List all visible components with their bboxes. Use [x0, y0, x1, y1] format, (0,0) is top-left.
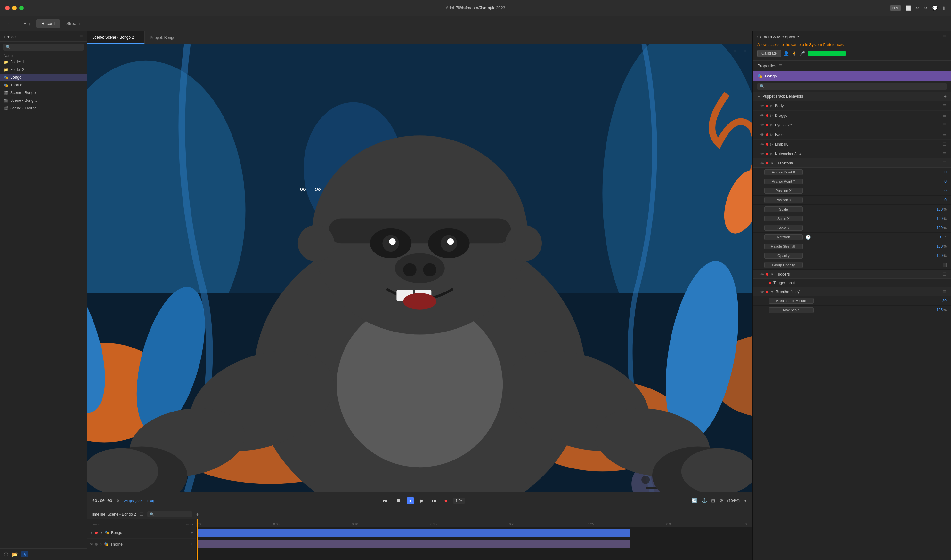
- tab-puppet-bongo[interactable]: Puppet: Bongo: [145, 31, 180, 44]
- sidebar-item-thorne[interactable]: 🎭 Thorne: [0, 81, 87, 89]
- anchor-icon[interactable]: ⚓: [701, 498, 707, 504]
- record-dot[interactable]: [766, 105, 769, 107]
- group-opacity-checkbox[interactable]: [943, 263, 946, 267]
- step-forward-button[interactable]: ⏭: [429, 497, 438, 505]
- record-dot[interactable]: [766, 134, 769, 136]
- behavior-menu-icon[interactable]: ☰: [943, 103, 946, 108]
- eye-icon-thorne[interactable]: 👁: [89, 542, 93, 546]
- home-icon[interactable]: ⌂: [6, 21, 9, 26]
- skip-start-button[interactable]: ⏮: [381, 497, 390, 505]
- behavior-menu-icon[interactable]: ☰: [943, 151, 946, 156]
- grid-icon[interactable]: ⊞: [711, 498, 715, 504]
- transform-header[interactable]: 👁 ▼ Transform ☰: [753, 159, 951, 168]
- minimize-button[interactable]: [12, 6, 17, 10]
- close-button[interactable]: [5, 6, 9, 10]
- thorne-clip[interactable]: [197, 540, 630, 548]
- undo-icon[interactable]: ↩: [916, 5, 919, 11]
- expand-arrow[interactable]: ▷: [771, 152, 773, 155]
- expand-icon-bongo[interactable]: ▼: [100, 531, 103, 534]
- puppet-track-behaviors-header[interactable]: ▼ Puppet Track Behaviors +: [753, 92, 951, 101]
- sidebar-item-scene-bongo[interactable]: 🎬 Scene - Bongo: [0, 89, 87, 97]
- expand-arrow[interactable]: ▷: [771, 133, 773, 136]
- eye-icon[interactable]: 👁: [760, 152, 764, 156]
- step-back-button[interactable]: ⏹: [394, 497, 403, 505]
- scale-x-value[interactable]: 100: [930, 216, 943, 221]
- folder-open-icon[interactable]: 📂: [12, 551, 18, 557]
- scale-y-value[interactable]: 100: [930, 226, 943, 230]
- maximize-button[interactable]: [19, 6, 24, 10]
- settings-icon[interactable]: ⚙: [719, 498, 723, 504]
- record-dot[interactable]: [766, 152, 769, 155]
- mute-dot-thorne[interactable]: [95, 543, 98, 546]
- expand-arrow[interactable]: ▷: [771, 104, 773, 108]
- behavior-menu-icon[interactable]: ☰: [943, 113, 946, 118]
- eye-icon[interactable]: 👁: [760, 142, 764, 146]
- expand-arrow[interactable]: ▷: [771, 114, 773, 117]
- breathe-header[interactable]: 👁 ▼ Breathe [belly] ☰: [753, 288, 951, 296]
- behavior-menu-icon[interactable]: ☰: [943, 123, 946, 128]
- transform-menu-icon[interactable]: ☰: [943, 161, 946, 165]
- add-behavior-icon-thorne[interactable]: +: [191, 542, 193, 546]
- project-search-input[interactable]: [3, 43, 83, 51]
- tab-menu-icon[interactable]: ☰: [136, 35, 139, 39]
- add-behavior-button[interactable]: +: [944, 94, 946, 99]
- triggers-header[interactable]: 👁 ▼ Triggers ☰: [753, 270, 951, 279]
- zoom-dropdown-icon[interactable]: ▼: [743, 498, 748, 503]
- eye-icon[interactable]: 👁: [760, 114, 764, 117]
- eye-icon[interactable]: 👁: [760, 104, 764, 108]
- eye-icon[interactable]: 👁: [760, 290, 764, 294]
- handle-strength-value[interactable]: 100: [930, 244, 943, 249]
- breaths-per-minute-value[interactable]: 20: [942, 298, 946, 303]
- add-track-icon[interactable]: +: [196, 511, 199, 517]
- record-dot[interactable]: [766, 114, 769, 117]
- breathe-menu-icon[interactable]: ☰: [943, 289, 946, 294]
- record-dot[interactable]: [766, 162, 769, 165]
- eye-icon[interactable]: 👁: [760, 161, 764, 165]
- expand-arrow[interactable]: ▼: [771, 161, 774, 165]
- behavior-menu-icon[interactable]: ☰: [943, 132, 946, 137]
- opacity-value[interactable]: 100: [930, 254, 943, 258]
- redo-icon[interactable]: ↪: [924, 5, 928, 11]
- properties-search-input[interactable]: [757, 83, 946, 90]
- tab-rig[interactable]: Rig: [18, 19, 35, 28]
- scale-value[interactable]: 100: [930, 207, 943, 212]
- play-button[interactable]: ▶: [418, 496, 425, 505]
- resize-icon-right[interactable]: ↔: [743, 48, 748, 53]
- comment-icon[interactable]: 💬: [932, 5, 937, 11]
- add-behavior-icon[interactable]: +: [191, 530, 193, 535]
- calibrate-button[interactable]: Calibrate: [757, 49, 781, 57]
- timeline-search-input[interactable]: [147, 511, 192, 517]
- bongo-clip[interactable]: [197, 529, 630, 537]
- max-scale-value[interactable]: 105: [936, 308, 943, 312]
- tab-scene-bongo2[interactable]: Scene: Scene - Bongo 2 ☰: [87, 31, 145, 44]
- timeline-tracks[interactable]: 00 0:05 0:10 0:15 0:20 0:25 0:30 0:35: [196, 519, 752, 560]
- behavior-menu-icon[interactable]: ☰: [943, 142, 946, 146]
- record-dot[interactable]: [766, 143, 769, 146]
- stop-button[interactable]: ■: [407, 497, 414, 504]
- record-dot[interactable]: [766, 124, 769, 126]
- rotation-value[interactable]: 0: [940, 235, 943, 239]
- upload-icon[interactable]: ⬆: [942, 5, 946, 11]
- camera-menu-icon[interactable]: ☰: [943, 35, 946, 39]
- expand-icon-thorne[interactable]: ▷: [100, 542, 102, 546]
- expand-arrow[interactable]: ▼: [771, 272, 774, 276]
- anchor-point-x-value[interactable]: 0: [934, 170, 946, 174]
- ps-icon[interactable]: Ps: [21, 551, 28, 557]
- sidebar-item-scene-thorne[interactable]: 🎬 Scene - Thorne: [0, 104, 87, 112]
- eye-icon-bongo[interactable]: 👁: [89, 531, 93, 535]
- position-x-value[interactable]: 0: [934, 188, 946, 193]
- triggers-menu-icon[interactable]: ☰: [943, 272, 946, 277]
- eye-icon[interactable]: 👁: [760, 123, 764, 127]
- eye-icon[interactable]: 👁: [760, 133, 764, 137]
- record-button[interactable]: ●: [442, 496, 450, 505]
- properties-menu-icon[interactable]: ☰: [779, 64, 782, 68]
- expand-arrow[interactable]: ▷: [771, 123, 773, 127]
- new-puppet-icon[interactable]: ⬡: [4, 551, 8, 557]
- record-dot[interactable]: [766, 291, 769, 293]
- anchor-point-y-value[interactable]: 0: [934, 179, 946, 184]
- expand-arrow[interactable]: ▼: [771, 290, 774, 294]
- tab-record[interactable]: Record: [36, 19, 60, 28]
- window-icon[interactable]: ⬜: [906, 5, 911, 11]
- eye-icon[interactable]: 👁: [760, 272, 764, 276]
- sidebar-item-folder2[interactable]: 📁 Folder 2: [0, 66, 87, 74]
